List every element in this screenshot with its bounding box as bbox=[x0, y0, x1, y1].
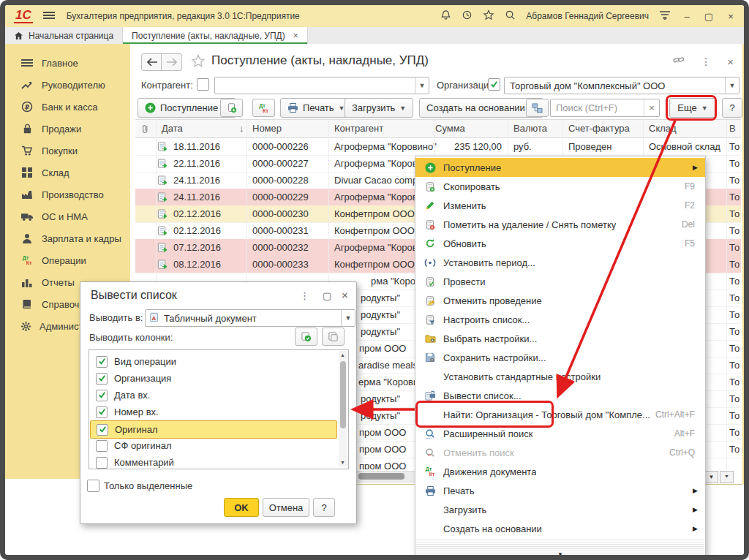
sidebar-item-8[interactable]: ОС и НМА bbox=[5, 205, 130, 227]
create-based-on-button[interactable]: Создать на основании▼ bbox=[419, 98, 543, 118]
favorite-star-icon[interactable] bbox=[191, 54, 206, 71]
sidebar-item-3[interactable]: ₽Банк и касса bbox=[5, 96, 130, 118]
get-link-icon[interactable] bbox=[673, 55, 685, 68]
column-checkbox[interactable] bbox=[97, 424, 108, 436]
scroll-up-icon[interactable]: ▲ bbox=[340, 352, 345, 357]
menu-item-3[interactable]: ИзменитьF2 bbox=[415, 196, 705, 215]
more-button[interactable]: Еще▼ bbox=[669, 98, 716, 118]
menu-item-9[interactable]: Провести bbox=[415, 272, 705, 291]
back-button[interactable] bbox=[141, 53, 162, 71]
dtkt-button[interactable]: ДтКт bbox=[252, 99, 275, 117]
copy-document-button[interactable] bbox=[220, 99, 243, 117]
menu-item-15[interactable]: Установить стандартные настройки bbox=[415, 367, 705, 386]
menu-item-23[interactable]: ДтКтДвижения документа bbox=[415, 462, 705, 481]
col-vid[interactable]: В bbox=[729, 123, 736, 134]
column-option-1[interactable]: Вид операции bbox=[90, 353, 336, 370]
column-checkbox[interactable] bbox=[96, 406, 108, 418]
menu-item-19[interactable]: Найти: Организация - Торговый дом "Компл… bbox=[415, 405, 705, 424]
print-button[interactable]: Печать▼ bbox=[280, 98, 353, 118]
menu-item-7[interactable]: Установить период... bbox=[415, 253, 705, 272]
column-option-5[interactable]: Оригинал bbox=[90, 420, 337, 439]
tab-postuplenie[interactable]: Поступление (акты, накладные, УПД) × bbox=[122, 27, 308, 44]
kontragent-checkbox[interactable] bbox=[197, 78, 209, 91]
dropdown-arrow-icon[interactable]: ▼ bbox=[725, 77, 739, 94]
clear-search-icon[interactable]: × bbox=[644, 99, 659, 116]
column-option-4[interactable]: Номер вх. bbox=[90, 404, 336, 420]
sidebar-item-6[interactable]: Склад bbox=[5, 162, 130, 183]
load-button[interactable]: Загрузить▼ bbox=[345, 98, 413, 118]
menu-item-14[interactable]: Сохранить настройки... bbox=[415, 348, 705, 367]
menu-item-0[interactable]: Поступление▶ bbox=[415, 158, 705, 177]
dialog-close-icon[interactable]: × bbox=[342, 289, 348, 301]
tab-close-icon[interactable]: × bbox=[293, 31, 298, 41]
only-selected-checkbox[interactable] bbox=[87, 480, 99, 492]
sidebar-item-7[interactable]: Производство bbox=[5, 183, 130, 205]
scrollbar-thumb[interactable] bbox=[358, 473, 404, 480]
forward-button[interactable] bbox=[161, 53, 182, 71]
menu-item-17[interactable]: Вывести список... bbox=[415, 386, 705, 405]
sidebar-item-2[interactable]: Руководителю bbox=[5, 74, 130, 96]
ok-button[interactable]: OK bbox=[224, 498, 259, 517]
column-checkbox[interactable] bbox=[96, 440, 108, 452]
column-checkbox[interactable] bbox=[96, 457, 108, 469]
tab-home[interactable]: Начальная страница bbox=[5, 27, 122, 44]
column-checkbox[interactable] bbox=[96, 356, 108, 368]
menu-item-10[interactable]: Отменить проведение bbox=[415, 291, 705, 310]
menu-item-4[interactable]: Пометить на удаление / Снять пометкуDel bbox=[415, 215, 705, 234]
menu-item-13[interactable]: Выбрать настройки... bbox=[415, 329, 705, 348]
kontragent-combo[interactable]: ▼ bbox=[214, 77, 429, 94]
dropdown-arrow-icon[interactable]: ▼ bbox=[341, 310, 355, 326]
favorites-star-icon[interactable] bbox=[483, 10, 494, 23]
dialog-help-button[interactable]: ? bbox=[313, 498, 335, 517]
more-dots-icon[interactable]: ⋮ bbox=[701, 56, 711, 67]
sidebar-item-10[interactable]: ДтКтОперации bbox=[5, 249, 130, 271]
dialog-maximize-icon[interactable]: ▢ bbox=[323, 290, 331, 301]
close-window-button[interactable]: × bbox=[725, 11, 737, 22]
col-schet-faktura[interactable]: Счет-фактура bbox=[568, 123, 630, 134]
scroll-down-icon[interactable]: ▼ bbox=[340, 460, 345, 465]
menu-item-24[interactable]: Печать▶ bbox=[415, 481, 705, 500]
search-input[interactable]: Поиск (Ctrl+F) × bbox=[550, 99, 660, 117]
col-number[interactable]: Номер bbox=[252, 123, 282, 134]
menu-item-20[interactable]: Расширенный поискAlt+F bbox=[415, 424, 705, 443]
menu-item-27[interactable]: Создать на основании▶ bbox=[415, 519, 705, 538]
col-date[interactable]: Дата bbox=[162, 123, 183, 134]
main-menu-hamburger-icon[interactable] bbox=[43, 10, 55, 23]
check-all-button[interactable] bbox=[295, 328, 317, 346]
sidebar-item-4[interactable]: Продажи bbox=[5, 118, 130, 140]
scroll-end-button[interactable]: ⯆ bbox=[720, 471, 734, 483]
history-icon[interactable] bbox=[462, 10, 473, 23]
col-sklad[interactable]: Склад bbox=[649, 123, 677, 134]
sidebar-item-1[interactable]: Главное bbox=[5, 52, 130, 74]
related-documents-button[interactable] bbox=[526, 99, 549, 117]
list-scrollbar-thumb[interactable] bbox=[340, 361, 346, 428]
list-scrollbar[interactable]: ▲ ▼ bbox=[339, 351, 347, 466]
service-settings-icon[interactable] bbox=[659, 10, 671, 23]
dialog-more-dots-icon[interactable]: ⋮ bbox=[300, 290, 309, 301]
column-option-6[interactable]: СФ оригинал bbox=[90, 437, 336, 454]
menu-item-12[interactable]: Настроить список... bbox=[415, 310, 705, 329]
notifications-bell-icon[interactable] bbox=[440, 10, 451, 23]
col-kontragent[interactable]: Контрагент bbox=[334, 123, 383, 134]
current-user[interactable]: Абрамов Геннадий Сергеевич bbox=[526, 11, 649, 21]
close-form-icon[interactable]: × bbox=[727, 56, 734, 68]
global-search-icon[interactable] bbox=[505, 10, 516, 23]
column-option-2[interactable]: Организация bbox=[90, 370, 336, 387]
column-option-3[interactable]: Дата вх. bbox=[90, 387, 336, 404]
col-summa[interactable]: Сумма bbox=[435, 123, 465, 134]
column-checkbox[interactable] bbox=[96, 373, 108, 385]
minimize-button[interactable]: – bbox=[681, 11, 693, 22]
table-row[interactable]: 18.11.20160000-000226Агроферма "Коровино… bbox=[135, 138, 741, 156]
cancel-button[interactable]: Отмена bbox=[263, 498, 309, 517]
maximize-button[interactable]: ▢ bbox=[703, 11, 715, 22]
menu-item-5[interactable]: ОбновитьF5 bbox=[415, 234, 705, 253]
menu-item-1[interactable]: СкопироватьF9 bbox=[415, 177, 705, 196]
column-checkbox[interactable] bbox=[96, 390, 108, 401]
menu-scroll-indicator-icon[interactable]: ▼ bbox=[557, 551, 563, 558]
sidebar-item-9[interactable]: Зарплата и кадры bbox=[5, 227, 130, 249]
scroll-down-button[interactable]: ▼ bbox=[704, 471, 718, 483]
organization-checkbox[interactable] bbox=[488, 78, 500, 91]
dropdown-arrow-icon[interactable]: ▼ bbox=[415, 77, 429, 94]
column-option-7[interactable]: Комментарий bbox=[90, 454, 336, 471]
menu-item-25[interactable]: Загрузить▶ bbox=[415, 500, 705, 519]
